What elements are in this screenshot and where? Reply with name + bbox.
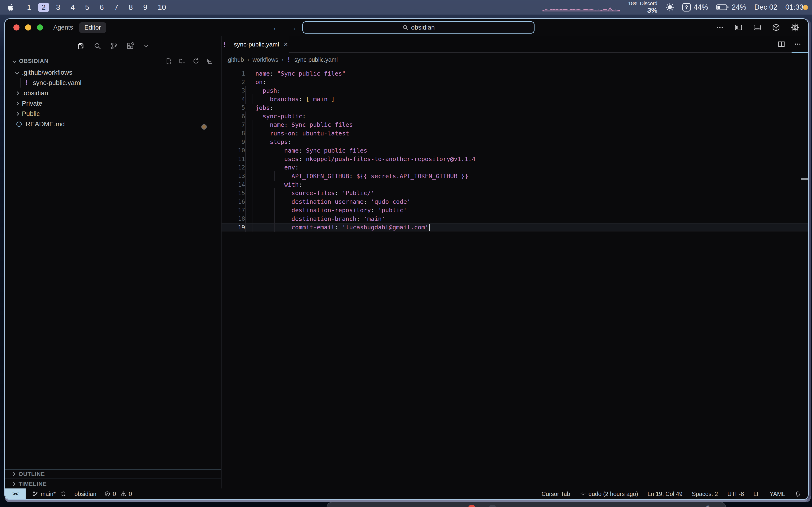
code-line-9[interactable]: 9 steps: <box>221 137 808 146</box>
workspace-2[interactable]: 2 <box>38 3 49 12</box>
project-label: obsidian <box>74 491 96 497</box>
tree-item-private[interactable]: Private <box>5 98 221 109</box>
line-number: 11 <box>221 156 245 162</box>
menu-clock[interactable]: 01:33 <box>785 3 806 11</box>
workspace-5[interactable]: 5 <box>82 3 93 12</box>
indentation-status[interactable]: Spaces: 2 <box>692 491 718 497</box>
minimize-window-button[interactable] <box>25 24 31 31</box>
extensions-icon[interactable] <box>126 42 135 50</box>
code-editor[interactable]: 1name: "Sync public files"2on:3 push:4 b… <box>221 67 808 489</box>
breadcrumb-file[interactable]: sync-public.yaml <box>294 56 338 63</box>
code-line-6[interactable]: 6 sync-public: <box>221 112 808 120</box>
code-line-13[interactable]: 13 API_TOKEN_GITHUB: ${{ secrets.API_TOK… <box>221 172 808 180</box>
apple-menu-icon[interactable] <box>6 3 15 11</box>
collapse-all-icon[interactable] <box>206 58 213 64</box>
code-line-4[interactable]: 4 branches: [ main ] <box>221 95 808 103</box>
settings-gear-icon[interactable] <box>791 23 800 32</box>
tab-agents[interactable]: Agents <box>53 24 73 31</box>
command-center-search[interactable]: obsidian <box>302 21 535 34</box>
language-mode-status[interactable]: YAML <box>770 491 785 497</box>
remote-indicator[interactable]: >< <box>5 489 26 499</box>
outline-chevron-icon <box>11 472 15 476</box>
workspace-6[interactable]: 6 <box>96 3 107 12</box>
breadcrumb-workflows[interactable]: workflows <box>253 56 278 63</box>
refresh-icon[interactable] <box>192 58 199 64</box>
tree-item-readme-md[interactable]: README.md <box>5 119 221 129</box>
workspace-8[interactable]: 8 <box>125 3 137 12</box>
tree-item--github-workflows[interactable]: .github/workflows <box>5 67 221 78</box>
line-content: - name: Sync public files <box>245 146 367 155</box>
code-line-7[interactable]: 7 name: Sync public files <box>221 120 808 129</box>
cursor-tab-status[interactable]: Cursor Tab <box>542 491 570 497</box>
tab-editor[interactable]: Editor <box>79 22 106 33</box>
line-content: steps: <box>245 137 292 146</box>
navigate-forward-button[interactable]: → <box>289 23 297 32</box>
overview-ruler-marker[interactable] <box>801 178 808 180</box>
code-line-19[interactable]: 19 commit-email: 'lucashugdahl@gmail.com… <box>221 223 808 231</box>
close-window-button[interactable] <box>13 24 19 31</box>
toggle-panel-icon[interactable] <box>753 23 761 32</box>
error-count: 0 <box>113 491 116 497</box>
code-line-8[interactable]: 8 runs-on: ubuntu-latest <box>221 129 808 137</box>
navigate-back-button[interactable]: ← <box>272 23 280 32</box>
tree-item-public[interactable]: Public <box>5 109 221 119</box>
problems-status[interactable]: 0 0 <box>104 491 132 497</box>
source-control-icon[interactable] <box>110 42 118 50</box>
code-line-1[interactable]: 1name: "Sync public files" <box>221 69 808 78</box>
breadcrumbs[interactable]: .github › workflows › ! sync-public.yaml <box>221 53 808 67</box>
project-name-status[interactable]: obsidian <box>74 491 96 497</box>
code-line-10[interactable]: 10 - name: Sync public files <box>221 146 808 155</box>
chevron-right-icon <box>15 112 19 116</box>
tree-item-sync-public-yaml[interactable]: !sync-public.yaml <box>5 78 221 88</box>
tree-item--obsidian[interactable]: .obsidian <box>5 88 221 98</box>
code-line-18[interactable]: 18 destination-branch: 'main' <box>221 215 808 223</box>
code-line-2[interactable]: 2on: <box>221 78 808 86</box>
encoding-status[interactable]: UTF-8 <box>727 491 744 497</box>
menu-time: 01:33 <box>785 3 804 11</box>
line-content: env: <box>245 163 299 172</box>
screen-mirroring-item[interactable]: ? 44% <box>682 3 708 11</box>
workspace-9[interactable]: 9 <box>140 3 151 12</box>
battery-item[interactable]: 24% <box>716 3 746 11</box>
zoom-window-button[interactable] <box>37 24 43 31</box>
workspace-4[interactable]: 4 <box>67 3 78 12</box>
background-window-peek[interactable]: ✺ <box>326 502 726 507</box>
explorer-icon[interactable] <box>77 42 85 50</box>
menu-date[interactable]: Dec 02 <box>754 3 777 11</box>
code-line-11[interactable]: 11 uses: nkoppel/push-files-to-another-r… <box>221 155 808 163</box>
code-line-5[interactable]: 5jobs: <box>221 104 808 112</box>
code-line-14[interactable]: 14 with: <box>221 180 808 189</box>
workspace-3[interactable]: 3 <box>53 3 64 12</box>
code-line-3[interactable]: 3 push: <box>221 87 808 95</box>
timeline-section[interactable]: TIMELINE <box>5 478 221 489</box>
code-line-16[interactable]: 16 destination-username: 'qudo-code' <box>221 198 808 206</box>
workspace-7[interactable]: 7 <box>111 3 122 12</box>
toggle-sidebar-icon[interactable] <box>734 23 743 32</box>
split-editor-icon[interactable] <box>777 40 785 48</box>
activity-bar <box>5 36 221 56</box>
git-branch-status[interactable]: main* <box>32 491 66 497</box>
workspace-10[interactable]: 10 <box>154 3 170 12</box>
cursor-position-status[interactable]: Ln 19, Col 49 <box>648 491 682 497</box>
tab-sync-public-yaml[interactable]: ! sync-public.yaml × <box>221 36 289 53</box>
code-line-15[interactable]: 15 source-files: 'Public/' <box>221 189 808 197</box>
close-tab-icon[interactable]: × <box>284 40 288 48</box>
ai-cube-icon[interactable] <box>772 23 780 32</box>
workspace-1[interactable]: 1 <box>23 3 35 12</box>
new-file-icon[interactable] <box>165 58 172 64</box>
more-actions-icon[interactable] <box>716 23 724 32</box>
more-views-chevron-icon[interactable] <box>143 43 149 49</box>
eol-status[interactable]: LF <box>754 491 760 497</box>
last-commit-status[interactable]: qudo (2 hours ago) <box>579 491 638 497</box>
explorer-section-header[interactable]: OBSIDIAN <box>5 56 221 66</box>
usage-widget[interactable]: 18% Discord 3% <box>628 1 657 14</box>
editor-more-actions-icon[interactable] <box>794 40 801 48</box>
search-sidebar-icon[interactable] <box>94 42 101 50</box>
notifications-bell-icon[interactable] <box>795 491 801 497</box>
new-folder-icon[interactable] <box>179 58 186 64</box>
code-line-12[interactable]: 12 env: <box>221 163 808 172</box>
breadcrumb-github[interactable]: .github <box>226 56 244 63</box>
outline-section[interactable]: OUTLINE <box>5 469 221 478</box>
brightness-icon[interactable] <box>665 3 674 12</box>
code-line-17[interactable]: 17 destination-repository: 'public' <box>221 206 808 214</box>
